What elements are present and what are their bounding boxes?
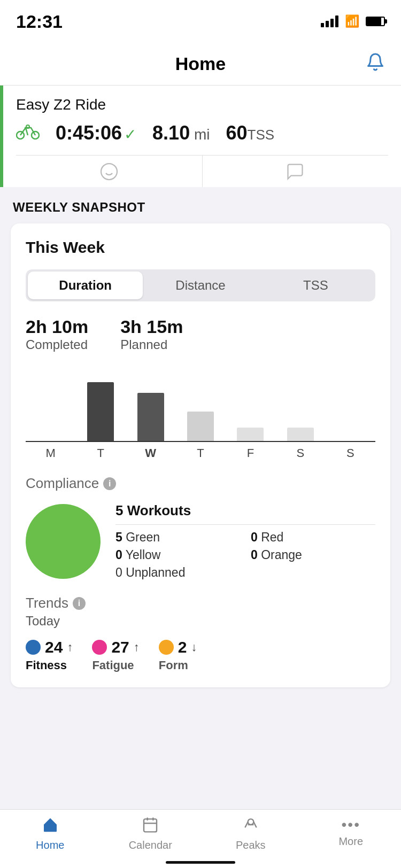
nav-calendar-label: Calendar: [129, 839, 172, 851]
compliance-orange: 0 Orange: [251, 548, 375, 562]
trend-fitness-value-row: 24 ↑: [26, 638, 73, 656]
trends-header: Trends i: [26, 595, 375, 611]
fitness-arrow-icon: ↑: [67, 640, 73, 654]
trend-fatigue-value-row: 27 ↑: [92, 638, 139, 656]
bar-col-t1: [75, 367, 125, 441]
status-time: 12:31: [16, 11, 63, 32]
nav-more[interactable]: ••• More: [301, 816, 402, 848]
chart-label-t2: T: [175, 446, 225, 460]
trends-label: Trends: [26, 595, 68, 611]
tab-duration[interactable]: Duration: [28, 272, 143, 299]
fatigue-label: Fatigue: [92, 658, 134, 672]
fatigue-value: 27: [111, 638, 129, 656]
trends-today: Today: [26, 614, 375, 629]
trends-info-icon[interactable]: i: [73, 597, 86, 610]
chart-bars-container: [26, 367, 375, 442]
bar-col-s1: [275, 367, 325, 441]
nav-home-label: Home: [36, 839, 64, 851]
nav-more-label: More: [338, 835, 363, 848]
compliance-info-icon[interactable]: i: [103, 477, 116, 490]
signal-icon: [321, 15, 338, 27]
compliance-stats: 5 Workouts 5 Green 0 Red 0 Yellow: [115, 502, 375, 580]
bar-col-s2: [326, 367, 375, 441]
comment-action-button[interactable]: [203, 156, 389, 187]
chart-labels: M T W T F S S: [26, 446, 375, 460]
bar-col-w: [126, 367, 175, 441]
trends-section: Trends i Today 24 ↑ Fitness: [26, 595, 375, 672]
nav-peaks[interactable]: Peaks: [200, 816, 301, 851]
home-indicator: [166, 861, 235, 864]
compliance-yellow: 0 Yellow: [115, 548, 240, 562]
chart-label-f: F: [226, 446, 275, 460]
nav-calendar[interactable]: Calendar: [101, 816, 201, 851]
workout-duration: 0:45:06✓: [56, 122, 136, 144]
svg-point-11: [248, 819, 253, 825]
trend-fitness: 24 ↑ Fitness: [26, 638, 73, 672]
compliance-unplanned: 0 Unplanned: [115, 565, 375, 580]
compliance-label: Compliance: [26, 475, 99, 492]
trend-fatigue: 27 ↑ Fatigue: [92, 638, 139, 672]
chart-label-s2: S: [326, 446, 375, 460]
trend-form-value-row: 2 ↓: [159, 638, 197, 656]
workout-card: Easy Z2 Ride 0:45:06✓ 8.10 mi 60TSS: [0, 86, 401, 187]
compliance-body: 5 Workouts 5 Green 0 Red 0 Yellow: [26, 502, 375, 580]
fitness-dot-icon: [26, 640, 41, 655]
bar-chart: M T W T F S S: [26, 367, 375, 460]
chart-label-w: W: [126, 446, 175, 460]
form-arrow-icon: ↓: [191, 640, 197, 654]
compliance-section: Compliance i 5 Workouts 5 Green 0 Red: [26, 475, 375, 580]
workout-actions: [16, 155, 388, 187]
compliance-total: 5 Workouts: [115, 502, 375, 525]
trends-row: 24 ↑ Fitness 27 ↑ Fatigue: [26, 638, 375, 672]
trend-form: 2 ↓ Form: [159, 638, 197, 672]
snapshot-card: This Week Duration Distance TSS 2h 10m C…: [11, 223, 390, 687]
snapshot-tabs: Duration Distance TSS: [26, 269, 375, 301]
form-dot-icon: [159, 640, 174, 655]
stats-row: 2h 10m Completed 3h 15m Planned: [26, 316, 375, 352]
card-title: This Week: [26, 238, 375, 257]
fatigue-arrow-icon: ↑: [134, 640, 140, 654]
workout-distance: 8.10 mi: [152, 122, 210, 144]
chart-label-s1: S: [275, 446, 325, 460]
stat-planned: 3h 15m Planned: [120, 316, 183, 352]
tab-distance[interactable]: Distance: [143, 272, 258, 299]
bar-col-m: [26, 367, 75, 441]
svg-point-3: [101, 164, 117, 180]
fitness-label: Fitness: [26, 658, 67, 672]
compliance-green: 5 Green: [115, 530, 240, 545]
form-label: Form: [159, 658, 188, 672]
workout-stats: 0:45:06✓ 8.10 mi 60TSS: [16, 122, 388, 155]
calendar-icon: [142, 816, 159, 837]
bar-col-t2: [175, 367, 225, 441]
notification-bell-icon[interactable]: [366, 52, 385, 76]
compliance-circle: [26, 504, 101, 579]
nav-home[interactable]: Home: [0, 816, 101, 851]
status-icons: 📶: [321, 14, 385, 28]
emoji-action-button[interactable]: [16, 156, 203, 187]
workout-title: Easy Z2 Ride: [16, 96, 388, 113]
compliance-grid: 5 Green 0 Red 0 Yellow 0 Orange: [115, 530, 375, 562]
fitness-value: 24: [45, 638, 63, 656]
status-bar: 12:31 📶: [0, 0, 401, 43]
home-icon: [42, 816, 59, 837]
chart-label-t1: T: [75, 446, 125, 460]
bar-col-f: [226, 367, 275, 441]
battery-icon: [366, 17, 385, 26]
compliance-red: 0 Red: [251, 530, 375, 545]
stat-completed: 2h 10m Completed: [26, 316, 88, 352]
form-value: 2: [178, 638, 187, 656]
tab-tss[interactable]: TSS: [258, 272, 373, 299]
peaks-icon: [242, 816, 259, 837]
fatigue-dot-icon: [92, 640, 107, 655]
bottom-nav: Home Calendar Peaks ••• More: [0, 809, 401, 868]
weekly-snapshot-header: WEEKLY SNAPSHOT: [0, 187, 401, 223]
bike-icon: [16, 122, 40, 144]
wifi-icon: 📶: [345, 14, 359, 28]
svg-rect-7: [144, 819, 157, 832]
workout-tss: 60TSS: [226, 122, 275, 144]
more-icon: •••: [342, 816, 360, 833]
app-header: Home: [0, 43, 401, 86]
nav-peaks-label: Peaks: [236, 839, 266, 851]
compliance-header: Compliance i: [26, 475, 375, 492]
chart-label-m: M: [26, 446, 75, 460]
